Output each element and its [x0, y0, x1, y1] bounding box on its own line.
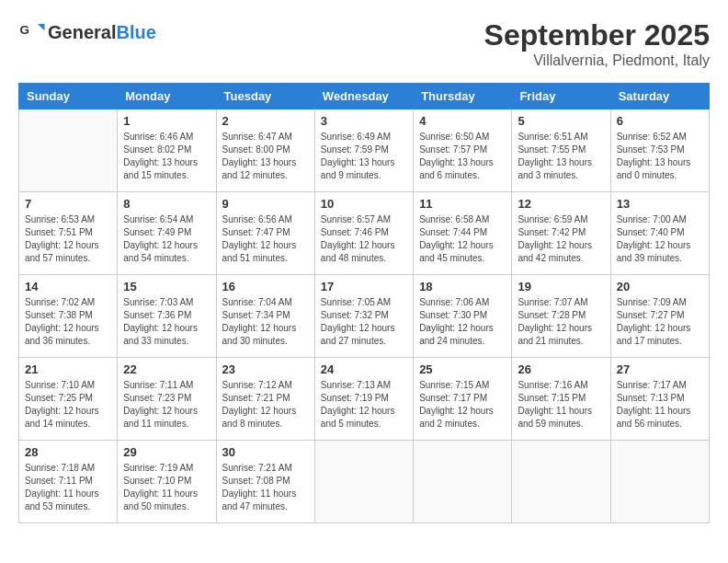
calendar-cell: 22Sunrise: 7:11 AM Sunset: 7:23 PM Dayli… — [118, 358, 216, 441]
calendar-cell — [19, 109, 118, 192]
calendar-cell: 15Sunrise: 7:03 AM Sunset: 7:36 PM Dayli… — [118, 275, 216, 358]
cell-info: Sunrise: 6:53 AM Sunset: 7:51 PM Dayligh… — [25, 213, 111, 265]
week-row-3: 14Sunrise: 7:02 AM Sunset: 7:38 PM Dayli… — [19, 275, 710, 358]
day-number: 15 — [123, 280, 210, 293]
calendar-cell: 5Sunrise: 6:51 AM Sunset: 7:55 PM Daylig… — [512, 109, 610, 192]
calendar-cell: 27Sunrise: 7:17 AM Sunset: 7:13 PM Dayli… — [610, 358, 709, 441]
svg-text:G: G — [20, 23, 30, 37]
calendar-body: 1Sunrise: 6:46 AM Sunset: 8:02 PM Daylig… — [19, 109, 710, 523]
week-row-2: 7Sunrise: 6:53 AM Sunset: 7:51 PM Daylig… — [19, 192, 710, 275]
day-number: 29 — [123, 445, 210, 459]
calendar-header-row: SundayMondayTuesdayWednesdayThursdayFrid… — [19, 84, 710, 109]
day-number: 9 — [222, 197, 309, 211]
day-number: 17 — [321, 280, 407, 293]
logo: G GeneralBlue — [18, 18, 156, 46]
day-number: 10 — [321, 197, 407, 211]
calendar-cell: 10Sunrise: 6:57 AM Sunset: 7:46 PM Dayli… — [314, 192, 413, 275]
cell-info: Sunrise: 7:17 AM Sunset: 7:13 PM Dayligh… — [617, 379, 703, 431]
cell-info: Sunrise: 7:19 AM Sunset: 7:10 PM Dayligh… — [123, 462, 210, 513]
day-header-wednesday: Wednesday — [314, 84, 413, 109]
day-number: 14 — [25, 280, 111, 293]
calendar-cell: 18Sunrise: 7:06 AM Sunset: 7:30 PM Dayli… — [414, 275, 512, 358]
calendar-cell: 2Sunrise: 6:47 AM Sunset: 8:00 PM Daylig… — [216, 109, 314, 192]
day-header-thursday: Thursday — [414, 84, 512, 109]
day-header-friday: Friday — [512, 84, 610, 109]
cell-info: Sunrise: 7:21 AM Sunset: 7:08 PM Dayligh… — [222, 462, 309, 513]
cell-info: Sunrise: 7:12 AM Sunset: 7:21 PM Dayligh… — [222, 379, 309, 431]
month-title: September 2025 — [484, 18, 710, 52]
cell-info: Sunrise: 7:09 AM Sunset: 7:27 PM Dayligh… — [617, 296, 703, 348]
day-number: 21 — [25, 362, 111, 376]
cell-info: Sunrise: 7:18 AM Sunset: 7:11 PM Dayligh… — [25, 462, 111, 513]
cell-info: Sunrise: 7:07 AM Sunset: 7:28 PM Dayligh… — [518, 296, 604, 348]
calendar-cell: 16Sunrise: 7:04 AM Sunset: 7:34 PM Dayli… — [216, 275, 314, 358]
day-number: 8 — [123, 197, 210, 211]
cell-info: Sunrise: 7:04 AM Sunset: 7:34 PM Dayligh… — [222, 296, 309, 348]
calendar-cell: 9Sunrise: 6:56 AM Sunset: 7:47 PM Daylig… — [216, 192, 314, 275]
day-number: 3 — [321, 114, 407, 128]
logo-icon: G — [18, 18, 46, 46]
cell-info: Sunrise: 6:57 AM Sunset: 7:46 PM Dayligh… — [321, 213, 407, 265]
day-number: 20 — [617, 280, 703, 293]
cell-info: Sunrise: 6:58 AM Sunset: 7:44 PM Dayligh… — [419, 213, 506, 265]
logo-line2: Blue — [116, 22, 155, 42]
cell-info: Sunrise: 7:13 AM Sunset: 7:19 PM Dayligh… — [321, 379, 407, 431]
cell-info: Sunrise: 7:11 AM Sunset: 7:23 PM Dayligh… — [123, 379, 210, 431]
cell-info: Sunrise: 6:46 AM Sunset: 8:02 PM Dayligh… — [123, 131, 210, 182]
day-number: 1 — [123, 114, 210, 128]
cell-info: Sunrise: 7:03 AM Sunset: 7:36 PM Dayligh… — [123, 296, 210, 348]
calendar-cell: 30Sunrise: 7:21 AM Sunset: 7:08 PM Dayli… — [216, 441, 314, 523]
calendar-cell: 14Sunrise: 7:02 AM Sunset: 7:38 PM Dayli… — [19, 275, 118, 358]
calendar-cell: 12Sunrise: 6:59 AM Sunset: 7:42 PM Dayli… — [512, 192, 610, 275]
cell-info: Sunrise: 6:56 AM Sunset: 7:47 PM Dayligh… — [222, 213, 309, 265]
calendar-cell: 24Sunrise: 7:13 AM Sunset: 7:19 PM Dayli… — [314, 358, 413, 441]
location: Villalvernia, Piedmont, Italy — [484, 52, 710, 69]
day-number: 6 — [617, 114, 703, 128]
day-header-tuesday: Tuesday — [216, 84, 314, 109]
calendar-cell: 8Sunrise: 6:54 AM Sunset: 7:49 PM Daylig… — [118, 192, 216, 275]
day-number: 25 — [419, 362, 506, 376]
day-header-sunday: Sunday — [19, 84, 118, 109]
cell-info: Sunrise: 6:54 AM Sunset: 7:49 PM Dayligh… — [123, 213, 210, 265]
day-header-saturday: Saturday — [610, 84, 709, 109]
cell-info: Sunrise: 7:02 AM Sunset: 7:38 PM Dayligh… — [25, 296, 111, 348]
calendar-cell — [414, 441, 512, 523]
cell-info: Sunrise: 7:05 AM Sunset: 7:32 PM Dayligh… — [321, 296, 407, 348]
calendar-cell: 6Sunrise: 6:52 AM Sunset: 7:53 PM Daylig… — [610, 109, 709, 192]
calendar-cell: 11Sunrise: 6:58 AM Sunset: 7:44 PM Dayli… — [414, 192, 512, 275]
page-header: G GeneralBlue September 2025 Villalverni… — [18, 18, 710, 69]
cell-info: Sunrise: 7:16 AM Sunset: 7:15 PM Dayligh… — [518, 379, 604, 431]
cell-info: Sunrise: 7:06 AM Sunset: 7:30 PM Dayligh… — [419, 296, 506, 348]
day-number: 26 — [518, 362, 604, 376]
week-row-5: 28Sunrise: 7:18 AM Sunset: 7:11 PM Dayli… — [19, 441, 710, 523]
week-row-1: 1Sunrise: 6:46 AM Sunset: 8:02 PM Daylig… — [19, 109, 710, 192]
calendar-cell: 17Sunrise: 7:05 AM Sunset: 7:32 PM Dayli… — [314, 275, 413, 358]
calendar-cell: 7Sunrise: 6:53 AM Sunset: 7:51 PM Daylig… — [19, 192, 118, 275]
calendar-cell: 23Sunrise: 7:12 AM Sunset: 7:21 PM Dayli… — [216, 358, 314, 441]
cell-info: Sunrise: 6:51 AM Sunset: 7:55 PM Dayligh… — [518, 131, 604, 182]
day-number: 16 — [222, 280, 309, 293]
day-number: 23 — [222, 362, 309, 376]
calendar-cell: 28Sunrise: 7:18 AM Sunset: 7:11 PM Dayli… — [19, 441, 118, 523]
cell-info: Sunrise: 6:59 AM Sunset: 7:42 PM Dayligh… — [518, 213, 604, 265]
day-number: 2 — [222, 114, 309, 128]
calendar-cell: 29Sunrise: 7:19 AM Sunset: 7:10 PM Dayli… — [118, 441, 216, 523]
calendar-cell: 26Sunrise: 7:16 AM Sunset: 7:15 PM Dayli… — [512, 358, 610, 441]
day-number: 22 — [123, 362, 210, 376]
calendar-cell: 20Sunrise: 7:09 AM Sunset: 7:27 PM Dayli… — [610, 275, 709, 358]
title-area: September 2025 Villalvernia, Piedmont, I… — [484, 18, 710, 69]
calendar-cell — [610, 441, 709, 523]
calendar-cell: 4Sunrise: 6:50 AM Sunset: 7:57 PM Daylig… — [414, 109, 512, 192]
week-row-4: 21Sunrise: 7:10 AM Sunset: 7:25 PM Dayli… — [19, 358, 710, 441]
day-number: 24 — [321, 362, 407, 376]
day-number: 4 — [419, 114, 506, 128]
day-number: 12 — [518, 197, 604, 211]
day-number: 5 — [518, 114, 604, 128]
calendar-cell: 19Sunrise: 7:07 AM Sunset: 7:28 PM Dayli… — [512, 275, 610, 358]
cell-info: Sunrise: 7:15 AM Sunset: 7:17 PM Dayligh… — [419, 379, 506, 431]
day-header-monday: Monday — [118, 84, 216, 109]
calendar-cell — [512, 441, 610, 523]
cell-info: Sunrise: 7:00 AM Sunset: 7:40 PM Dayligh… — [617, 213, 703, 265]
day-number: 19 — [518, 280, 604, 293]
cell-info: Sunrise: 6:47 AM Sunset: 8:00 PM Dayligh… — [222, 131, 309, 182]
